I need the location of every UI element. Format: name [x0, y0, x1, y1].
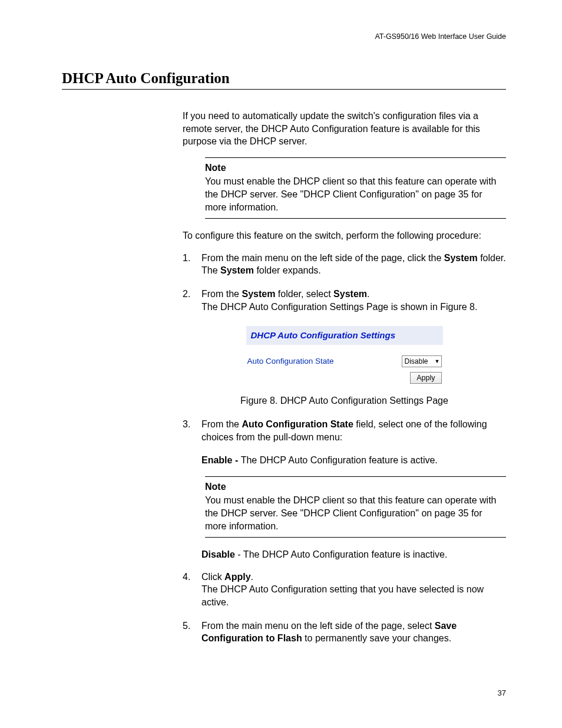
- step-body: From the main menu on the left side of t…: [201, 620, 506, 645]
- step-body: From the Auto Configuration State field,…: [201, 418, 506, 443]
- step-body: Click Apply. The DHCP Auto Configuration…: [201, 571, 506, 609]
- note-block-2: Note You must enable the DHCP client so …: [205, 476, 506, 538]
- figure-caption: Figure 8. DHCP Auto Configuration Settin…: [183, 394, 506, 407]
- step-5: 5. From the main menu on the left side o…: [183, 620, 506, 645]
- procedure-intro: To configure this feature on the switch,…: [183, 229, 506, 242]
- step-3: 3. From the Auto Configuration State fie…: [183, 418, 506, 443]
- settings-row: Auto Configuration State Disable ▼: [246, 355, 443, 367]
- chevron-down-icon: ▼: [435, 358, 440, 365]
- step-number: 3.: [183, 418, 201, 443]
- step-2: 2. From the System folder, select System…: [183, 288, 506, 313]
- procedure-list: 1. From the main menu on the left side o…: [183, 252, 506, 313]
- apply-button[interactable]: Apply: [410, 372, 441, 384]
- auto-config-state-label: Auto Configuration State: [247, 356, 334, 367]
- step-body: From the main menu on the left side of t…: [201, 252, 506, 277]
- enable-description: Enable - The DHCP Auto Configuration fea…: [201, 454, 506, 467]
- settings-panel-title: DHCP Auto Configuration Settings: [246, 326, 443, 345]
- note-block-1: Note You must enable the DHCP client so …: [205, 157, 506, 219]
- auto-config-state-dropdown[interactable]: Disable ▼: [402, 355, 442, 367]
- note-label: Note: [205, 162, 506, 174]
- step-number: 5.: [183, 620, 201, 645]
- step-number: 2.: [183, 288, 201, 313]
- note-body: You must enable the DHCP client so that …: [205, 494, 506, 532]
- settings-panel: DHCP Auto Configuration Settings Auto Co…: [246, 326, 443, 384]
- step-1: 1. From the main menu on the left side o…: [183, 252, 506, 277]
- procedure-list-cont: 3. From the Auto Configuration State fie…: [183, 418, 506, 645]
- intro-paragraph: If you need to automatically update the …: [183, 110, 506, 148]
- figure-container: DHCP Auto Configuration Settings Auto Co…: [183, 326, 506, 384]
- page-title: DHCP Auto Configuration: [62, 70, 506, 90]
- step-number: 1.: [183, 252, 201, 277]
- content-column: If you need to automatically update the …: [183, 110, 506, 645]
- dropdown-value: Disable: [405, 357, 428, 366]
- guide-header: AT-GS950/16 Web Interface User Guide: [62, 32, 506, 41]
- note-label: Note: [205, 480, 506, 493]
- disable-description: Disable - The DHCP Auto Configuration fe…: [201, 548, 506, 561]
- note-body: You must enable the DHCP client so that …: [205, 175, 506, 213]
- page-number: 37: [498, 689, 506, 697]
- step-number: 4.: [183, 571, 201, 609]
- step-4: 4. Click Apply. The DHCP Auto Configurat…: [183, 571, 506, 609]
- step-body: From the System folder, select System. T…: [201, 288, 506, 313]
